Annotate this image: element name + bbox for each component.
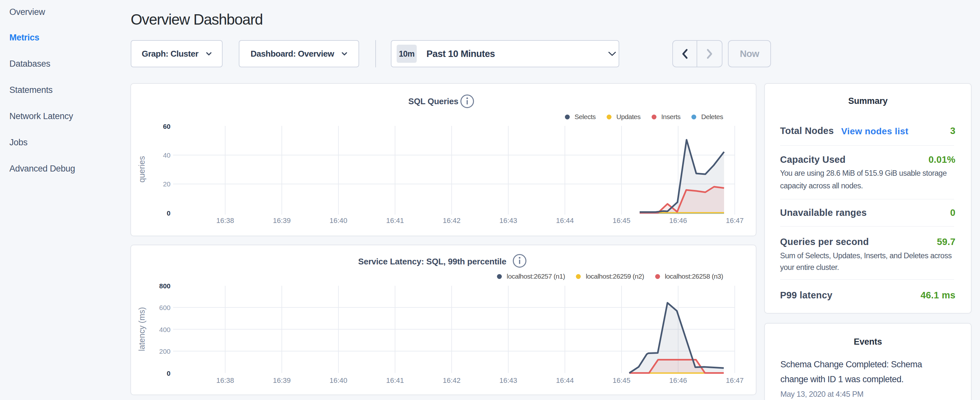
svg-text:16:44: 16:44 xyxy=(556,376,574,384)
svg-text:16:42: 16:42 xyxy=(442,376,460,384)
svg-text:16:40: 16:40 xyxy=(329,217,347,225)
svg-text:800: 800 xyxy=(159,282,170,290)
svg-text:16:39: 16:39 xyxy=(273,376,291,384)
svg-text:200: 200 xyxy=(159,347,170,355)
svg-text:16:41: 16:41 xyxy=(386,217,404,225)
svg-text:16:41: 16:41 xyxy=(386,376,404,384)
svg-text:16:47: 16:47 xyxy=(726,376,743,384)
svg-text:0: 0 xyxy=(167,370,170,377)
svg-text:16:43: 16:43 xyxy=(499,376,517,384)
svg-text:400: 400 xyxy=(159,326,170,333)
svg-text:16:47: 16:47 xyxy=(726,217,743,225)
svg-text:16:45: 16:45 xyxy=(612,376,630,384)
svg-text:16:38: 16:38 xyxy=(216,217,234,225)
svg-text:16:46: 16:46 xyxy=(669,217,687,225)
svg-text:600: 600 xyxy=(159,304,170,311)
svg-text:16:40: 16:40 xyxy=(329,376,347,384)
svg-text:queries: queries xyxy=(137,156,146,183)
svg-text:0: 0 xyxy=(167,209,170,217)
svg-text:16:44: 16:44 xyxy=(556,217,574,225)
svg-text:16:39: 16:39 xyxy=(273,217,291,225)
svg-text:latency (ms): latency (ms) xyxy=(137,307,146,351)
svg-text:16:42: 16:42 xyxy=(442,217,460,225)
svg-text:40: 40 xyxy=(163,151,170,159)
svg-text:16:46: 16:46 xyxy=(669,376,687,384)
svg-text:16:38: 16:38 xyxy=(216,376,234,384)
svg-text:20: 20 xyxy=(163,180,170,188)
svg-text:60: 60 xyxy=(163,123,170,130)
svg-text:16:45: 16:45 xyxy=(612,217,630,225)
svg-text:16:43: 16:43 xyxy=(499,217,517,225)
